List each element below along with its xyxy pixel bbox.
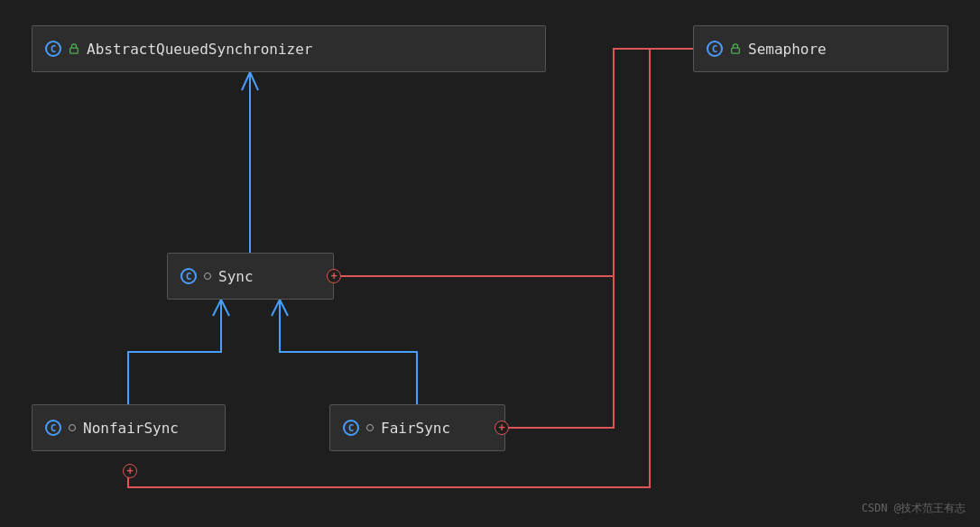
plus-badge-fair[interactable]: + [495, 421, 509, 435]
diagram-container: C AbstractQueuedSynchronizer C Semaphore… [0, 0, 980, 527]
dot-icon-sync [204, 273, 211, 280]
svg-rect-1 [70, 48, 79, 53]
node-fair-sync[interactable]: C FairSync [329, 404, 505, 451]
class-icon-semaphore: C [707, 41, 723, 57]
node-nonfair-sync[interactable]: C NonfairSync [32, 404, 226, 451]
node-semaphore[interactable]: C Semaphore [693, 25, 948, 72]
node-abstract-queued-synchronizer[interactable]: C AbstractQueuedSynchronizer [32, 25, 546, 72]
class-icon-nonfair: C [45, 420, 61, 436]
node-sync[interactable]: C Sync [167, 253, 334, 300]
plus-badge-nonfair[interactable]: + [123, 464, 137, 478]
svg-rect-2 [732, 48, 740, 53]
class-icon-fair: C [343, 420, 359, 436]
node-label-semaphore: Semaphore [748, 41, 827, 58]
lock-icon-aqs [69, 43, 79, 54]
plus-badge-sync[interactable]: + [327, 269, 341, 283]
node-label-sync: Sync [218, 268, 254, 285]
dot-icon-fair [366, 424, 374, 431]
class-icon-aqs: C [45, 41, 61, 57]
dot-icon-nonfair [69, 424, 76, 431]
watermark: CSDN @技术范王有志 [862, 501, 966, 516]
class-icon-sync: C [180, 268, 197, 284]
node-label-nonfair: NonfairSync [83, 420, 179, 437]
lock-icon-semaphore [730, 43, 741, 54]
node-label-aqs: AbstractQueuedSynchronizer [87, 41, 312, 58]
node-label-fair: FairSync [381, 420, 450, 437]
